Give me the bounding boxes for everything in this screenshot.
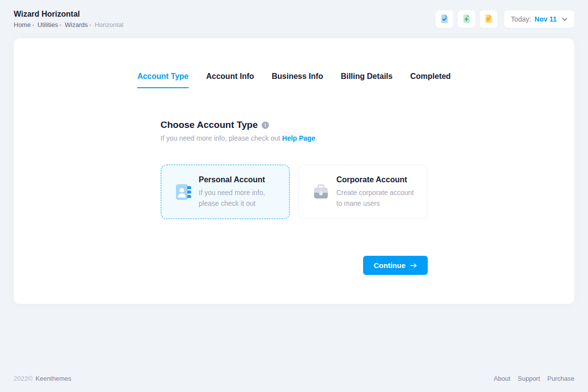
step-subtext: If you need more info, please check out … xyxy=(161,134,428,142)
arrow-right-icon xyxy=(410,261,417,270)
tab-completed[interactable]: Completed xyxy=(410,72,451,88)
subtext-suffix: . xyxy=(315,134,317,142)
file-check-icon xyxy=(440,14,449,25)
copyright-year: 2022© xyxy=(14,375,33,382)
topbar-actions: Today: Nov 11 xyxy=(436,10,574,28)
date-label: Today: xyxy=(511,15,531,23)
address-book-icon xyxy=(173,182,193,202)
date-picker-button[interactable]: Today: Nov 11 xyxy=(504,10,574,28)
breadcrumb-separator: • xyxy=(89,22,91,28)
copyright-name-link[interactable]: Keenthemes xyxy=(36,375,72,382)
subtext-prefix: If you need more info, please check out xyxy=(161,134,282,142)
topbar-left: Wizard Horizontal Home• Utilities• Wizar… xyxy=(14,10,123,28)
file-lines-icon xyxy=(484,14,493,25)
file-lines-button[interactable] xyxy=(480,10,497,28)
continue-label: Continue xyxy=(374,261,406,270)
chevron-down-icon xyxy=(560,15,567,23)
option-corporate-account[interactable]: Corporate Account Create corporate accou… xyxy=(298,165,427,219)
footer-copyright: 2022© Keenthemes xyxy=(14,375,72,382)
step-actions: Continue xyxy=(161,256,428,275)
briefcase-icon xyxy=(311,182,331,202)
date-value: Nov 11 xyxy=(535,15,557,23)
breadcrumb-utilities[interactable]: Utilities xyxy=(38,21,58,28)
tab-account-info[interactable]: Account Info xyxy=(206,72,254,88)
option-title: Corporate Account xyxy=(337,175,419,184)
tab-business-info[interactable]: Business Info xyxy=(272,72,323,88)
wizard-tabs: Account Type Account Info Business Info … xyxy=(14,38,574,88)
page: Wizard Horizontal Home• Utilities• Wizar… xyxy=(0,0,588,392)
footer-link-support[interactable]: Support xyxy=(518,375,540,382)
wizard-card: Account Type Account Info Business Info … xyxy=(14,38,574,304)
footer-link-about[interactable]: About xyxy=(494,375,511,382)
option-description: Create corporate account to mane users xyxy=(337,187,419,209)
account-type-options: Personal Account If you need more info, … xyxy=(161,165,428,219)
help-page-link[interactable]: Help Page xyxy=(282,134,316,142)
option-text: Corporate Account Create corporate accou… xyxy=(337,175,419,209)
breadcrumb-separator: • xyxy=(59,22,61,28)
tab-billing-details[interactable]: Billing Details xyxy=(341,72,392,88)
wizard-step-content: Choose Account Type If you need more inf… xyxy=(161,120,428,275)
option-title: Personal Account xyxy=(199,175,282,184)
continue-button[interactable]: Continue xyxy=(363,256,428,275)
step-heading: Choose Account Type xyxy=(161,120,258,130)
step-heading-row: Choose Account Type xyxy=(161,120,428,130)
option-personal-account[interactable]: Personal Account If you need more info, … xyxy=(161,165,290,219)
option-description: If you need more info, please check it o… xyxy=(199,187,282,209)
breadcrumb-wizards[interactable]: Wizards xyxy=(65,21,88,28)
breadcrumb-separator: • xyxy=(32,22,34,28)
info-circle-icon[interactable] xyxy=(262,122,269,129)
page-title: Wizard Horizontal xyxy=(14,10,123,19)
breadcrumb: Home• Utilities• Wizards• Horizontal xyxy=(14,21,123,28)
file-plus-icon xyxy=(462,14,471,25)
breadcrumb-current: Horizontal xyxy=(95,21,123,28)
footer: 2022© Keenthemes About Support Purchase xyxy=(0,375,588,392)
footer-links: About Support Purchase xyxy=(494,375,574,382)
file-plus-button[interactable] xyxy=(458,10,475,28)
tab-account-type[interactable]: Account Type xyxy=(137,72,189,88)
option-text: Personal Account If you need more info, … xyxy=(199,175,282,209)
footer-link-purchase[interactable]: Purchase xyxy=(547,375,574,382)
topbar: Wizard Horizontal Home• Utilities• Wizar… xyxy=(0,0,588,38)
file-check-button[interactable] xyxy=(436,10,453,28)
breadcrumb-home[interactable]: Home xyxy=(14,21,31,28)
